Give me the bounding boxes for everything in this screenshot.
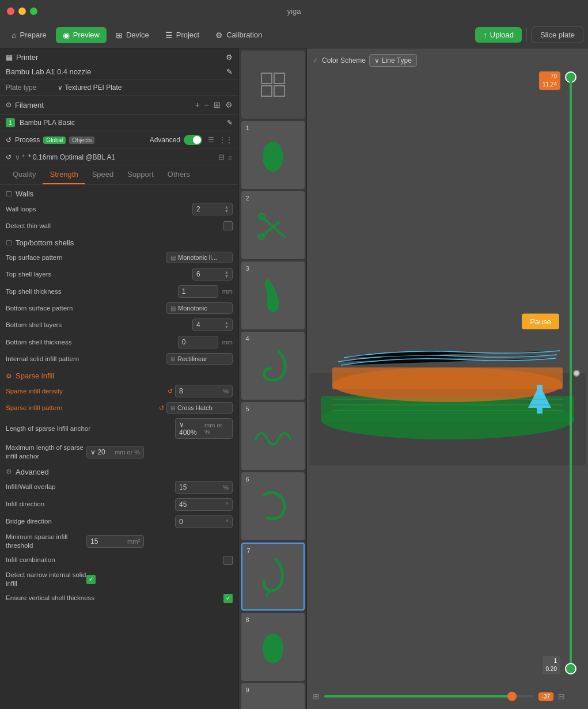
window-controls[interactable] bbox=[7, 7, 37, 15]
sparse-anchor-row: Length of sparse infill anchor ∨ 400% mm… bbox=[0, 416, 238, 441]
pattern-icon2: ▤ bbox=[170, 305, 176, 312]
filament-number: 1 bbox=[6, 118, 15, 127]
minimize-button[interactable] bbox=[18, 7, 26, 15]
upload-button[interactable]: ↑ Upload bbox=[475, 27, 522, 43]
titlebar: yiga bbox=[0, 0, 588, 22]
thumbnail-item-9[interactable]: 9 bbox=[241, 683, 305, 709]
detect-narrow-checkbox[interactable]: ✓ bbox=[86, 575, 96, 584]
maximize-button[interactable] bbox=[30, 7, 37, 15]
tab-quality[interactable]: Quality bbox=[6, 165, 43, 184]
device-button[interactable]: ⊞ Device bbox=[109, 27, 156, 43]
bottom-surface-pattern-dropdown[interactable]: ▤ Monotonic bbox=[166, 302, 233, 314]
calibration-button[interactable]: ⚙ Calibration bbox=[208, 27, 269, 43]
reset-sparse-density-icon[interactable]: ↺ bbox=[168, 388, 173, 395]
printer-edit-icon[interactable]: ✎ bbox=[226, 67, 233, 76]
close-button[interactable] bbox=[7, 7, 14, 15]
infill-wall-overlap-label: Infill/Wall overlap bbox=[6, 483, 175, 491]
pause-button[interactable]: Pause bbox=[522, 313, 559, 329]
thumbnail-item-7[interactable]: 7 bbox=[241, 543, 305, 611]
tab-support[interactable]: Support bbox=[120, 165, 161, 184]
v-slider-midpoint[interactable] bbox=[573, 370, 580, 377]
up-arrow[interactable]: ▲ bbox=[225, 205, 229, 209]
thumb-num-1: 1 bbox=[246, 124, 249, 131]
internal-solid-pattern-dropdown[interactable]: ⊞ Rectilinear bbox=[166, 353, 233, 365]
up-arrow[interactable]: ▲ bbox=[225, 321, 229, 325]
search-preset-icon[interactable]: ⌕ bbox=[228, 153, 233, 161]
sparse-anchor-input[interactable]: ∨ 400% mm or % bbox=[175, 418, 233, 439]
top-shell-thickness-input[interactable]: 1 bbox=[178, 285, 218, 298]
topbottom-header-label: Top/bottom shells bbox=[16, 238, 74, 247]
sparse-pattern-dropdown[interactable]: ⊞ Cross Hatch bbox=[166, 402, 233, 414]
process-list-icon[interactable]: ☰ bbox=[208, 136, 214, 144]
printer-settings-icon[interactable]: ⚙ bbox=[226, 53, 233, 62]
h-slider-handle[interactable] bbox=[507, 692, 517, 701]
remove-filament-button[interactable]: − bbox=[204, 100, 209, 109]
down-arrow[interactable]: ▼ bbox=[225, 209, 229, 213]
right-panel: 1 2 bbox=[239, 48, 588, 709]
bridge-direction-input[interactable]: 0 ° bbox=[175, 515, 233, 528]
bottom-shell-layers-input[interactable]: 4 ▲▼ bbox=[192, 319, 233, 331]
detect-thin-wall-checkbox[interactable] bbox=[223, 221, 233, 230]
filament-edit-icon[interactable]: ✎ bbox=[227, 119, 233, 127]
thumbnail-item-3[interactable]: 3 bbox=[241, 261, 305, 329]
process-more-icon[interactable]: ⋮⋮ bbox=[219, 136, 233, 144]
down-arrow[interactable]: ▼ bbox=[225, 274, 229, 278]
thumb-shape-2 bbox=[241, 191, 305, 259]
detect-narrow-row: Detect narrow internal solid infill ✓ bbox=[0, 568, 238, 590]
thumb-num-2: 2 bbox=[246, 195, 249, 202]
tab-speed[interactable]: Speed bbox=[85, 165, 121, 184]
thumbnail-item-4[interactable]: 4 bbox=[241, 332, 305, 400]
copy-filament-button[interactable]: ⊞ bbox=[214, 100, 221, 109]
top-shell-layers-input[interactable]: 6 ▲▼ bbox=[192, 268, 233, 280]
ensure-vertical-checkbox[interactable]: ✓ bbox=[223, 594, 233, 603]
thumb-num-5: 5 bbox=[246, 405, 249, 412]
sparse-density-row: Sparse infill density ↺ 8 % bbox=[0, 382, 238, 400]
h-slider-track[interactable] bbox=[324, 695, 534, 697]
sparse-density-input[interactable]: 8 % bbox=[175, 385, 233, 397]
thumbnail-item-5[interactable]: 5 bbox=[241, 402, 305, 470]
divider bbox=[526, 28, 527, 42]
topbottom-icon: ☐ bbox=[6, 239, 12, 247]
infill-wall-overlap-row: Infill/Wall overlap 15 % bbox=[0, 479, 238, 496]
thumbnail-item-6[interactable]: 6 bbox=[241, 472, 305, 540]
advanced-label: Advanced bbox=[150, 136, 180, 144]
thumbnail-item-8[interactable]: 8 bbox=[241, 613, 305, 681]
thumbnail-item-2[interactable]: 2 bbox=[241, 191, 305, 259]
max-sparse-anchor-input[interactable]: ∨ 20 mm or % bbox=[86, 446, 144, 458]
thumbnail-item-1[interactable]: 1 bbox=[241, 121, 305, 189]
tab-others[interactable]: Others bbox=[161, 165, 197, 184]
prepare-button[interactable]: ⌂ Prepare bbox=[5, 27, 54, 43]
top-surface-pattern-dropdown[interactable]: ▤ Monotonic li... bbox=[166, 252, 233, 263]
preset-name[interactable]: * 0.16mm Optimal @BBL A1 bbox=[28, 153, 215, 161]
top-shell-thickness-row: Top shell thickness 1 mm bbox=[0, 283, 238, 300]
infill-wall-overlap-input[interactable]: 15 % bbox=[175, 481, 233, 494]
plate-type-dropdown[interactable]: ∨ Textured PEI Plate bbox=[58, 84, 122, 92]
save-preset-icon[interactable]: ⊟ bbox=[218, 153, 225, 161]
tab-strength[interactable]: Strength bbox=[43, 165, 85, 184]
infill-direction-row: Infill direction 45 ° bbox=[0, 496, 238, 513]
reset-sparse-pattern-icon[interactable]: ↺ bbox=[159, 404, 164, 412]
thumbnail-item-0[interactable] bbox=[241, 51, 305, 119]
max-sparse-anchor-row: Maximum length of sparse infill anchor ∨… bbox=[0, 441, 238, 463]
advanced-toggle[interactable] bbox=[184, 135, 202, 145]
preview-button[interactable]: ◉ Preview bbox=[56, 27, 107, 43]
line-type-dropdown[interactable]: ∨ Line Type bbox=[369, 54, 417, 67]
down-arrow[interactable]: ▼ bbox=[225, 325, 229, 329]
bottom-shell-layers-row: Bottom shell layers 4 ▲▼ bbox=[0, 316, 238, 333]
add-filament-button[interactable]: + bbox=[195, 100, 200, 109]
walls-group-header: ☐ Walls bbox=[0, 185, 238, 200]
slice-button[interactable]: Slice plate bbox=[532, 26, 583, 43]
objects-tag[interactable]: Objects bbox=[69, 137, 94, 144]
sparse-group-header: ⚙ Sparse infill bbox=[0, 367, 238, 382]
v-slider-bottom-handle[interactable] bbox=[565, 663, 576, 674]
min-sparse-threshold-input[interactable]: 15 mm² bbox=[86, 535, 144, 548]
project-button[interactable]: ☰ Project bbox=[158, 27, 206, 43]
infill-combination-checkbox[interactable] bbox=[223, 556, 233, 565]
bottom-shell-thickness-input[interactable]: 0 bbox=[178, 336, 218, 348]
infill-direction-input[interactable]: 45 ° bbox=[175, 498, 233, 511]
global-tag[interactable]: Global bbox=[43, 137, 66, 144]
advanced-header-label: Advanced bbox=[16, 468, 49, 476]
up-arrow[interactable]: ▲ bbox=[225, 270, 229, 274]
filament-settings-icon[interactable]: ⚙ bbox=[225, 100, 233, 109]
wall-loops-input[interactable]: 2 ▲▼ bbox=[192, 203, 233, 215]
